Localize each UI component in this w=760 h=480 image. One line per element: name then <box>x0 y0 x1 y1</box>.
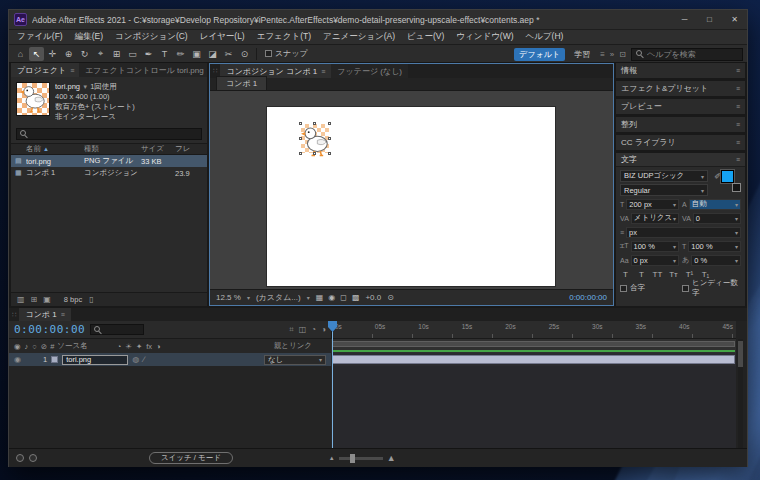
selection-handle[interactable] <box>328 152 331 155</box>
orbit-camera-tool-icon[interactable]: ↻ <box>77 47 92 61</box>
selection-handle[interactable] <box>299 152 302 155</box>
menu-item[interactable]: ヘルプ(H) <box>520 31 570 43</box>
fill-color-swatch[interactable] <box>721 170 734 183</box>
time-ruler[interactable]: 0s05s10s15s20s25s30s35s40s45s <box>331 321 736 339</box>
snap-toggle[interactable]: スナップ <box>265 48 308 59</box>
layer-quality-icon[interactable]: ◍ <box>132 355 139 364</box>
expand-inout-icon[interactable] <box>29 454 37 462</box>
baseline-shift-field[interactable]: 0 px▾ <box>631 255 679 266</box>
footage-caret-icon[interactable]: ▼ <box>82 84 88 90</box>
timeline-tab[interactable]: コンポ 1 ≡ <box>19 308 70 321</box>
menu-item[interactable]: 編集(E) <box>69 31 109 43</box>
selection-handle[interactable] <box>328 122 331 125</box>
column-name[interactable]: 名前▲ <box>26 144 84 154</box>
menu-item[interactable]: ビュー(V) <box>401 31 450 43</box>
parent-link-select[interactable]: なし ▾ <box>264 355 326 365</box>
bird-layer[interactable] <box>301 124 329 153</box>
zoom-slider-thumb[interactable] <box>350 454 355 463</box>
home-icon[interactable]: ⌂ <box>13 47 28 61</box>
current-timecode[interactable]: 0:00:00:00 <box>14 323 85 336</box>
workspace-tab-learn[interactable]: 学習 <box>569 48 595 61</box>
lock-icon[interactable]: ⊘ <box>41 342 47 351</box>
column-source-name[interactable]: ソース名 <box>57 341 87 351</box>
hide-shy-layers-icon[interactable]: ◔ <box>311 325 316 335</box>
shelf-icon[interactable]: ⊡ <box>619 50 626 59</box>
layer-row[interactable]: ◉ 1 tori.png ◍ ∕ なし ▾ <box>9 353 331 366</box>
puppet-pin-tool-icon[interactable]: ⊙ <box>237 47 252 61</box>
collapsed-panel-header[interactable]: プレビュー≡ <box>616 99 745 114</box>
all-caps-icon[interactable]: TT <box>652 270 663 279</box>
layer-color-chip[interactable] <box>51 356 58 363</box>
timeline-search-box[interactable] <box>90 324 144 335</box>
character-panel-title[interactable]: 文字 <box>621 154 637 165</box>
timeline-vertical-scrollbar[interactable] <box>738 339 743 448</box>
menu-item[interactable]: コンポジション(C) <box>109 31 194 43</box>
collapsed-panel-header[interactable]: CC ライブラリ≡ <box>616 135 745 150</box>
selection-handle[interactable] <box>328 137 331 140</box>
font-size-field[interactable]: 200 px▾ <box>626 199 679 210</box>
collapse-switch-icon[interactable]: ☀ <box>125 342 132 351</box>
viewer-timecode[interactable]: 0:00:00:00 <box>569 293 607 302</box>
leading-field[interactable]: 自動▾ <box>689 199 741 210</box>
stroke-color-swatch[interactable] <box>732 183 741 192</box>
vertical-scale-field[interactable]: 100 %▾ <box>631 241 679 252</box>
draft-3d-icon[interactable]: ◫ <box>299 325 307 335</box>
switches-modes-button[interactable]: スイッチ / モード <box>149 452 233 464</box>
panel-menu-icon[interactable]: ≡ <box>70 67 74 74</box>
small-caps-icon[interactable]: Tᴛ <box>668 270 679 279</box>
solo-icon[interactable]: ○ <box>32 342 37 351</box>
font-style-select[interactable]: Regular▾ <box>620 184 708 196</box>
workspace-tab-default[interactable]: デフォルト <box>514 48 565 61</box>
panel-menu-icon[interactable]: ≡ <box>736 103 740 110</box>
mini-flowchart-icon[interactable]: ⌗ <box>289 325 294 335</box>
menu-item[interactable]: アニメーション(A) <box>317 31 401 43</box>
minimize-button[interactable]: ─ <box>672 10 697 29</box>
pan-behind-tool-icon[interactable]: ⊞ <box>109 47 124 61</box>
selection-tool-icon[interactable]: ↖ <box>29 47 44 61</box>
layer-fx-icon[interactable]: ∕ <box>143 355 144 364</box>
menu-item[interactable]: ファイル(F) <box>11 31 69 43</box>
panel-menu-icon[interactable]: ≡ <box>736 67 740 74</box>
region-of-interest-icon[interactable]: ◻ <box>340 293 347 302</box>
timeline-zoom-slider[interactable] <box>339 457 383 460</box>
panel-grip-icon[interactable]: ∷ <box>210 67 220 75</box>
close-button[interactable]: ✕ <box>722 10 747 29</box>
selection-handle[interactable] <box>313 152 316 155</box>
column-size[interactable]: サイズ <box>141 144 175 154</box>
new-composition-icon[interactable]: ▣ <box>43 295 51 304</box>
bit-depth-button[interactable]: 8 bpc <box>64 295 82 304</box>
tsume-field[interactable]: 0 %▾ <box>691 255 741 266</box>
roto-brush-tool-icon[interactable]: ✂ <box>221 47 236 61</box>
column-framerate[interactable]: フレ <box>175 144 199 154</box>
collapsed-panel-header[interactable]: 整列≡ <box>616 117 745 132</box>
exposure-value[interactable]: +0.0 <box>365 293 381 302</box>
panel-menu-icon[interactable]: ≡ <box>736 139 740 146</box>
menu-item[interactable]: ウィンドウ(W) <box>450 31 519 43</box>
frame-blending-icon[interactable]: ◑ <box>321 325 326 335</box>
help-search-box[interactable] <box>631 48 743 61</box>
hand-tool-icon[interactable]: ✛ <box>45 47 60 61</box>
kerning-field[interactable]: メトリクス▾ <box>631 213 679 224</box>
video-eye-icon[interactable]: ◉ <box>14 342 21 351</box>
selection-handle[interactable] <box>299 122 302 125</box>
zoom-in-icon[interactable]: ▲ <box>387 453 396 463</box>
panel-menu-icon[interactable]: ≡ <box>736 85 740 92</box>
new-folder-icon[interactable]: ⊞ <box>31 295 38 304</box>
column-parent-link[interactable]: 親とリンク <box>274 341 326 351</box>
collapsed-panel-header[interactable]: エフェクト&プリセット≡ <box>616 81 745 96</box>
faux-italic-icon[interactable]: T <box>636 270 647 279</box>
motion-blur-switch-icon[interactable]: ◑ <box>156 342 161 351</box>
menu-item[interactable]: エフェクト(T) <box>251 31 317 43</box>
project-search-box[interactable] <box>16 128 202 140</box>
tori.png[interactable]: ▤ tori.png PNG ファイル 33 KB <box>11 155 207 167</box>
eraser-tool-icon[interactable]: ◪ <box>205 47 220 61</box>
faux-bold-icon[interactable]: T <box>620 270 631 279</box>
eyedropper-icon[interactable]: ✐ <box>714 172 721 181</box>
column-type[interactable]: 種類 <box>84 144 141 154</box>
stroke-width-field[interactable]: px▾ <box>626 227 741 238</box>
panel-menu-icon[interactable]: ≡ <box>736 156 740 163</box>
work-area-track[interactable] <box>331 339 736 353</box>
transparency-grid-icon[interactable]: ▩ <box>352 293 360 302</box>
snapshot-icon[interactable]: ⊙ <box>387 293 394 302</box>
footage-thumbnail[interactable] <box>16 82 50 116</box>
